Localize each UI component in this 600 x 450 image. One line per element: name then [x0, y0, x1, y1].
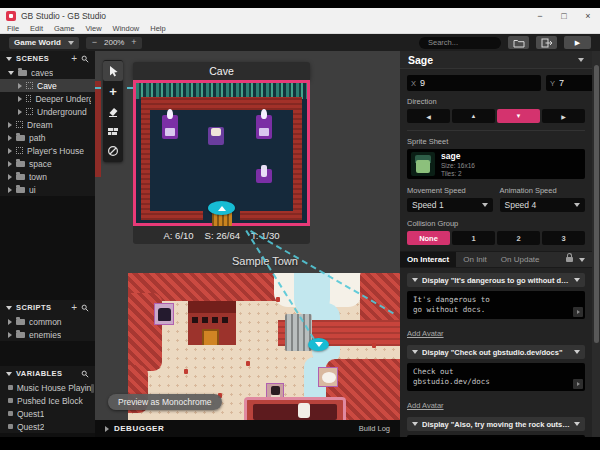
- cat-actor-sprite[interactable]: [154, 303, 174, 325]
- scene-cave-titlebar[interactable]: Cave: [133, 62, 310, 80]
- export-button[interactable]: [536, 36, 557, 49]
- zoom-out-button[interactable]: −: [90, 38, 99, 47]
- chevron-down-icon[interactable]: [574, 422, 580, 426]
- variable-item-pushed-ice-block[interactable]: Pushed Ice Block: [0, 394, 95, 407]
- rock-sprite[interactable]: [256, 169, 272, 183]
- menu-game[interactable]: Game: [54, 24, 74, 33]
- expand-caret-icon[interactable]: [8, 135, 12, 141]
- event-header-display-1[interactable]: Display "It's dangerous to go without do…: [407, 273, 585, 287]
- event-header-display-3[interactable]: Display "Also, try moving the rock outsi…: [407, 417, 585, 431]
- maximize-button[interactable]: □: [552, 8, 576, 24]
- expand-caret-icon[interactable]: [8, 187, 12, 193]
- scene-item-cave[interactable]: Cave: [0, 79, 95, 92]
- chevron-down-icon[interactable]: [579, 258, 585, 262]
- run-game-button[interactable]: ▶: [564, 36, 591, 49]
- collapse-caret-icon[interactable]: [412, 278, 418, 282]
- script-folder-enemies[interactable]: enemies: [0, 328, 95, 341]
- lock-script-icon[interactable]: [566, 257, 573, 262]
- tab-on-interact[interactable]: On Interact: [400, 252, 456, 267]
- scene-item-dream[interactable]: Dream: [0, 118, 95, 131]
- select-tool[interactable]: [103, 61, 123, 81]
- expand-caret-icon[interactable]: [18, 83, 22, 89]
- collision-tool[interactable]: [103, 121, 123, 141]
- y-field[interactable]: Y: [546, 75, 592, 91]
- npc-actor-sprite[interactable]: [298, 403, 310, 418]
- expand-caret-icon[interactable]: [8, 122, 12, 128]
- variable-item-quest1[interactable]: Quest1: [0, 407, 95, 420]
- debugger-bar[interactable]: DEBUGGER Build Log: [95, 420, 400, 437]
- dialogue-textarea[interactable]: Check out gbstudio.dev/docs: [407, 363, 585, 391]
- dialogue-textarea[interactable]: Also, try moving the rock outside.: [407, 435, 585, 437]
- expand-caret-icon[interactable]: [8, 319, 12, 325]
- scene-folder-caves[interactable]: caves: [0, 66, 95, 79]
- preview-dialogue-button[interactable]: [573, 379, 583, 389]
- scrollbar-thumb[interactable]: [91, 384, 94, 393]
- scenes-section-header[interactable]: SCENES +: [0, 51, 95, 66]
- direction-left-button[interactable]: ◀: [407, 109, 450, 123]
- x-input[interactable]: [420, 78, 537, 88]
- menu-view[interactable]: View: [85, 24, 101, 33]
- expand-caret-icon[interactable]: [105, 426, 109, 432]
- candelabra-sprite[interactable]: [162, 115, 178, 139]
- colorize-tool[interactable]: [103, 141, 123, 161]
- tab-on-init[interactable]: On Init: [456, 252, 494, 267]
- y-input[interactable]: [559, 78, 592, 88]
- scene-item-underground[interactable]: Underground: [0, 105, 95, 118]
- search-input[interactable]: [419, 37, 501, 49]
- search-icon[interactable]: [81, 55, 89, 63]
- collision-3-button[interactable]: 3: [542, 231, 585, 245]
- expand-caret-icon[interactable]: [18, 96, 22, 102]
- direction-down-button[interactable]: ▼: [497, 109, 540, 123]
- chevron-down-icon[interactable]: [578, 58, 584, 62]
- menu-file[interactable]: File: [7, 24, 19, 33]
- expand-caret-icon[interactable]: [8, 332, 12, 338]
- expand-caret-icon[interactable]: [8, 71, 14, 75]
- variable-item-quest2[interactable]: Quest2: [0, 420, 95, 433]
- menu-help[interactable]: Help: [150, 24, 165, 33]
- direction-up-button[interactable]: ▲: [452, 109, 495, 123]
- collision-none-button[interactable]: None: [407, 231, 450, 245]
- view-mode-select[interactable]: Game World: [9, 37, 79, 49]
- scene-item-players-house[interactable]: Player's House: [0, 144, 95, 157]
- scene-cave[interactable]: Cave A: 6/10 S: 26/64 T: 1/30: [133, 62, 310, 244]
- scrollbar-thumb[interactable]: [594, 65, 599, 343]
- chevron-down-icon[interactable]: [574, 350, 580, 354]
- close-button[interactable]: ×: [576, 8, 600, 24]
- expand-caret-icon[interactable]: [8, 161, 12, 167]
- x-field[interactable]: X: [407, 75, 541, 91]
- actor-header[interactable]: Sage: [400, 51, 592, 69]
- variable-item-music-house-playing[interactable]: Music House Playing: [0, 381, 95, 394]
- open-project-folder-button[interactable]: [508, 36, 529, 49]
- animation-speed-select[interactable]: Speed 4: [500, 198, 586, 212]
- chevron-down-icon[interactable]: [574, 278, 580, 282]
- scene-folder-ui[interactable]: ui: [0, 183, 95, 196]
- town-trigger-marker[interactable]: [308, 338, 329, 351]
- script-folder-common[interactable]: common: [0, 315, 95, 328]
- scene-folder-path[interactable]: path: [0, 131, 95, 144]
- preview-dialogue-button[interactable]: [573, 307, 583, 317]
- scene-item-deeper-underground[interactable]: Deeper Underground: [0, 92, 95, 105]
- build-log-button[interactable]: Build Log: [359, 424, 390, 433]
- add-script-button[interactable]: +: [71, 303, 77, 313]
- collision-1-button[interactable]: 1: [452, 231, 495, 245]
- expand-caret-icon[interactable]: [8, 174, 12, 180]
- scene-cave-map[interactable]: [133, 80, 310, 226]
- tab-on-update[interactable]: On Update: [494, 252, 547, 267]
- inspector-scrollbar[interactable]: [592, 51, 600, 437]
- scripts-section-header[interactable]: SCRIPTS +: [0, 300, 95, 315]
- menu-edit[interactable]: Edit: [30, 24, 43, 33]
- collapse-caret-icon[interactable]: [412, 350, 418, 354]
- candelabra-sprite[interactable]: [256, 115, 272, 139]
- menu-window[interactable]: Window: [113, 24, 140, 33]
- zoom-in-button[interactable]: +: [129, 38, 138, 47]
- preview-monochrome-button[interactable]: Preview as Monochrome: [108, 394, 222, 410]
- add-tool[interactable]: +: [103, 81, 123, 101]
- scene-folder-space[interactable]: space: [0, 157, 95, 170]
- event-header-display-2[interactable]: Display "Check out gbstudio.dev/docs": [407, 345, 585, 359]
- add-avatar-link[interactable]: Add Avatar: [407, 401, 444, 410]
- collision-2-button[interactable]: 2: [497, 231, 540, 245]
- world-canvas[interactable]: + Cave: [95, 51, 400, 437]
- collapse-caret-icon[interactable]: [412, 422, 418, 426]
- expand-caret-icon[interactable]: [8, 148, 12, 154]
- cave-trigger-marker[interactable]: [208, 201, 235, 215]
